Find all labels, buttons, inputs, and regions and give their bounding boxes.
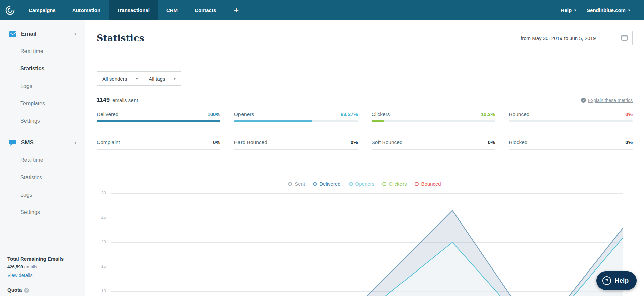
help-menu[interactable]: Help ▾ [555, 7, 582, 13]
senders-filter-value: All senders [102, 76, 127, 82]
metric-progress-bar [509, 120, 633, 122]
sidebar-item-email-logs[interactable]: Logs [0, 78, 85, 95]
senders-filter[interactable]: All senders ▾ [97, 71, 143, 86]
metric-value: 0% [625, 111, 633, 117]
metric-progress-bar [234, 120, 358, 122]
metric-value: 0% [213, 139, 220, 145]
nav-item-contacts[interactable]: Contacts [186, 0, 224, 20]
top-nav: Campaigns Automation Transactional CRM C… [0, 0, 644, 20]
chart-legend: Sent Delivered Openers Clickers Bounced [97, 181, 633, 187]
metric-label: Bounced [509, 111, 529, 117]
add-button[interactable]: + [224, 0, 248, 20]
remaining-emails-unit: emails [24, 264, 37, 269]
help-button-label: Help [615, 277, 629, 284]
metric-label: Blocked [509, 139, 527, 145]
account-menu[interactable]: Sendinblue.com ▾ [581, 7, 635, 13]
date-range-label: from May 30, 2019 to Jun 5, 2019 [521, 35, 596, 41]
metric-bounced: Bounced0% [509, 111, 633, 122]
legend-label: Bounced [421, 181, 441, 187]
emails-sent-label: emails sent [112, 97, 138, 103]
explain-metrics-link[interactable]: ? Explain these metrics [581, 98, 633, 103]
legend-label: Openers [355, 181, 375, 187]
legend-label: Clickers [389, 181, 407, 187]
metric-progress-bar [372, 149, 495, 150]
legend-item-delivered[interactable]: Delivered [313, 181, 340, 187]
metric-value: 63.27% [341, 111, 358, 117]
sidebar-item-sms-logs[interactable]: Logs [0, 186, 85, 204]
account-menu-label: Sendinblue.com [587, 7, 626, 13]
sidebar-section-label: SMS [21, 139, 74, 146]
legend-label: Delivered [319, 181, 340, 187]
tags-filter[interactable]: All tags ▾ [143, 71, 181, 86]
metrics-grid: Delivered100% Openers63.27% Clickers10.2… [97, 111, 633, 150]
help-button[interactable]: ? Help [596, 271, 637, 290]
metric-value: 0% [488, 139, 495, 145]
chat-bubble-icon [9, 140, 17, 146]
chevron-down-icon: ▾ [74, 32, 76, 36]
envelope-icon [9, 31, 17, 37]
sidebar-section-email[interactable]: Email ▾ [0, 25, 85, 43]
legend-circle-icon [415, 182, 419, 186]
remaining-emails-value: 426,599 [7, 264, 23, 269]
nav-item-campaigns[interactable]: Campaigns [20, 0, 64, 20]
chevron-down-icon: ▾ [628, 8, 630, 12]
metric-label: Delivered [97, 111, 118, 117]
question-icon: ? [602, 276, 611, 285]
metric-progress-bar [97, 120, 220, 122]
question-icon[interactable]: ? [24, 288, 29, 293]
calendar-icon [621, 34, 628, 42]
help-menu-label: Help [561, 7, 572, 13]
metric-delivered: Delivered100% [97, 111, 220, 122]
sidebar-item-sms-settings[interactable]: Settings [0, 204, 85, 221]
nav-item-crm[interactable]: CRM [158, 0, 186, 20]
page-title: Statistics [97, 33, 144, 43]
metric-label: Hard Bounced [234, 139, 267, 145]
sidebar-footer: Total Remaining Emails 426,599 emails Vi… [0, 256, 85, 296]
metric-soft-bounced: Soft Bounced0% [372, 139, 495, 150]
metric-progress-bar [234, 149, 358, 150]
main-content: Statistics from May 30, 2019 to Jun 5, 2… [85, 20, 644, 296]
sidebar-section-label: Email [21, 31, 74, 37]
sidebar-item-email-templates[interactable]: Templates [0, 95, 85, 112]
metric-value: 100% [207, 111, 220, 117]
tags-filter-value: All tags [149, 76, 165, 82]
sidebar-item-email-settings[interactable]: Settings [0, 112, 85, 130]
metric-clickers: Clickers10.2% [372, 111, 495, 122]
sidebar-item-email-real-time[interactable]: Real time [0, 43, 85, 60]
chevron-down-icon: ▾ [74, 141, 76, 145]
metric-label: Openers [234, 111, 254, 117]
legend-circle-icon [382, 182, 386, 186]
metric-openers: Openers63.27% [234, 111, 358, 122]
metric-complaint: Complaint0% [97, 139, 220, 150]
sidebar-item-sms-statistics[interactable]: Statistics [0, 169, 85, 186]
nav-item-transactional[interactable]: Transactional [109, 0, 158, 20]
chevron-down-icon: ▾ [174, 77, 175, 81]
legend-item-openers[interactable]: Openers [349, 181, 375, 187]
metric-blocked: Blocked0% [509, 139, 633, 150]
legend-circle-icon [349, 182, 353, 186]
sidebar: Email ▾ Real time Statistics Logs Templa… [0, 20, 85, 296]
metric-label: Clickers [372, 111, 390, 117]
view-details-link[interactable]: View details [7, 273, 32, 278]
metric-progress-bar [97, 149, 220, 150]
legend-label: Sent [294, 181, 305, 187]
chart-canvas[interactable] [97, 187, 633, 296]
legend-item-bounced[interactable]: Bounced [415, 181, 441, 187]
question-icon: ? [581, 98, 586, 103]
remaining-emails-title: Total Remaining Emails [7, 256, 77, 262]
metric-label: Soft Bounced [372, 139, 403, 145]
chevron-down-icon: ▾ [574, 8, 576, 12]
metric-label: Complaint [97, 139, 120, 145]
sidebar-item-sms-real-time[interactable]: Real time [0, 151, 85, 169]
metric-progress-bar [372, 120, 495, 122]
legend-item-sent[interactable]: Sent [288, 181, 305, 187]
legend-item-clickers[interactable]: Clickers [382, 181, 407, 187]
date-range-picker[interactable]: from May 30, 2019 to Jun 5, 2019 [516, 31, 633, 45]
emails-sent-summary: 1149 emails sent [97, 97, 138, 104]
sidebar-item-email-statistics[interactable]: Statistics [0, 60, 85, 78]
nav-item-automation[interactable]: Automation [64, 0, 109, 20]
sidebar-section-sms[interactable]: SMS ▾ [0, 134, 85, 151]
explain-metrics-label: Explain these metrics [588, 98, 633, 103]
sendinblue-logo[interactable] [0, 0, 20, 20]
traffic-chart[interactable]: 3025201510 [97, 187, 633, 296]
